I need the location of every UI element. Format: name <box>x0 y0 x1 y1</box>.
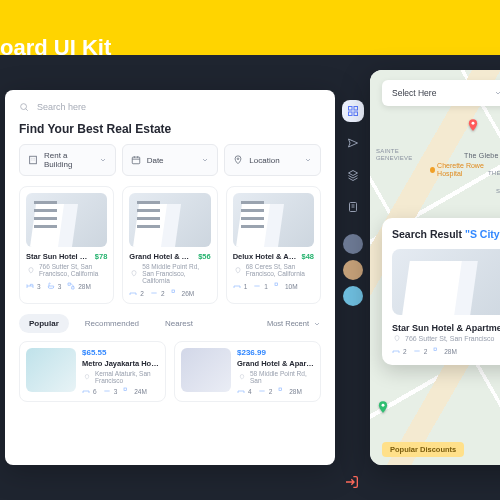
svg-point-3 <box>238 158 240 160</box>
svg-rect-8 <box>349 107 353 111</box>
svg-rect-11 <box>354 112 358 116</box>
listing-row: Star Sun Hotel & Apartment$78 766 Sutter… <box>19 186 321 304</box>
svg-point-15 <box>382 404 385 407</box>
sort-dropdown[interactable]: Most Recent <box>267 314 321 333</box>
search-icon <box>19 102 29 112</box>
listing-thumb <box>129 193 210 247</box>
chevron-down-icon <box>201 156 209 164</box>
bath-icon <box>47 282 55 290</box>
search-result-card: Search Result "S City" Star Sun Hotel & … <box>382 218 500 365</box>
bed-icon <box>392 347 400 355</box>
nav-doc[interactable] <box>342 196 364 218</box>
map-label: Salters <box>496 188 500 194</box>
dashboard-panel: Search here Find Your Best Real Estate R… <box>5 90 335 465</box>
chevron-down-icon <box>304 156 312 164</box>
popular-thumb <box>181 348 231 392</box>
svg-rect-7 <box>279 388 281 390</box>
svg-point-0 <box>21 104 27 110</box>
map-pin[interactable] <box>376 400 390 414</box>
tab-popular[interactable]: Popular <box>19 314 69 333</box>
logout-icon <box>344 474 360 490</box>
chevron-down-icon <box>494 89 500 97</box>
popular-thumb <box>26 348 76 392</box>
avatar[interactable] <box>343 234 363 254</box>
map-select[interactable]: Select Here <box>382 80 500 106</box>
bath-icon <box>150 289 158 297</box>
pin-icon <box>233 267 243 274</box>
map-label: The Glebe <box>464 152 499 159</box>
nav-grid[interactable] <box>342 100 364 122</box>
svg-rect-10 <box>349 112 353 116</box>
listing-card[interactable]: Grand Hotel & Apartment$56 58 Middle Poi… <box>122 186 217 304</box>
svg-rect-4 <box>172 290 174 292</box>
chevron-down-icon <box>99 156 107 164</box>
svg-rect-16 <box>434 348 436 350</box>
pin-icon <box>129 270 139 277</box>
pin-icon <box>82 374 92 380</box>
map-pin[interactable] <box>466 118 480 132</box>
result-title: Search Result "S City" <box>392 228 500 241</box>
filter-building[interactable]: Rent a Building <box>19 144 116 176</box>
svg-rect-2 <box>132 157 140 164</box>
nav-rail <box>340 100 366 306</box>
calendar-icon <box>131 155 141 165</box>
grid-icon <box>347 105 359 117</box>
svg-rect-1 <box>30 156 37 164</box>
svg-rect-5 <box>275 283 277 285</box>
result-name: Star Sun Hotel & Apartment <box>392 323 500 333</box>
bed-icon <box>233 282 241 290</box>
listing-price: $78 <box>95 252 108 261</box>
bath-icon <box>258 387 266 395</box>
bath-icon <box>413 347 421 355</box>
bed-icon <box>237 387 245 395</box>
pin-icon <box>233 155 243 165</box>
svg-rect-9 <box>354 107 358 111</box>
tab-recommended[interactable]: Recommended <box>75 314 149 333</box>
filter-date[interactable]: Date <box>122 144 219 176</box>
area-icon <box>171 289 179 297</box>
map-poi[interactable]: Cherette Rowe Hospital <box>430 162 500 177</box>
popular-card[interactable]: $236.99 Grand Hotel & Apartment 58 Middl… <box>174 341 321 402</box>
pin-icon <box>26 267 36 274</box>
area-icon <box>433 347 441 355</box>
avatar[interactable] <box>343 286 363 306</box>
svg-point-14 <box>472 122 475 125</box>
tab-nearest[interactable]: Nearest <box>155 314 203 333</box>
building-icon <box>28 155 38 165</box>
map-panel: The Glebe THE VALLEY Salters SAINTE GENE… <box>370 70 500 465</box>
listing-thumb <box>26 193 107 247</box>
chevron-down-icon <box>313 320 321 328</box>
search-input[interactable]: Search here <box>37 102 86 112</box>
layers-icon <box>347 169 359 181</box>
listing-card[interactable]: Delux Hotel & Apartment$48 68 Ceres St, … <box>226 186 321 304</box>
pin-icon <box>237 374 247 380</box>
popular-card[interactable]: $65.55 Metro Jayakarta Hotel & Spa Kemal… <box>19 341 166 402</box>
result-thumb <box>392 249 500 315</box>
bed-icon <box>129 289 137 297</box>
listing-name: Star Sun Hotel & Apartment <box>26 252 91 261</box>
bath-icon <box>253 282 261 290</box>
avatar[interactable] <box>343 260 363 280</box>
area-icon <box>67 282 75 290</box>
svg-rect-6 <box>124 388 126 390</box>
bed-icon <box>82 387 90 395</box>
area-icon <box>278 387 286 395</box>
area-icon <box>123 387 131 395</box>
popular-price: $65.55 <box>82 348 159 357</box>
bath-icon <box>103 387 111 395</box>
map-label: SAINTE GENEVIEVE <box>376 148 428 161</box>
exit-button[interactable] <box>344 474 360 490</box>
area-icon <box>274 282 282 290</box>
promo-badge[interactable]: Popular Discounts <box>382 442 464 457</box>
bed-icon <box>26 282 34 290</box>
nav-send[interactable] <box>342 132 364 154</box>
listing-card[interactable]: Star Sun Hotel & Apartment$78 766 Sutter… <box>19 186 114 304</box>
listing-thumb <box>233 193 314 247</box>
page-title: oard UI Kit <box>0 35 111 61</box>
pin-icon <box>392 335 402 342</box>
nav-layers[interactable] <box>342 164 364 186</box>
send-icon <box>347 137 359 149</box>
section-heading: Find Your Best Real Estate <box>19 122 321 136</box>
document-icon <box>347 201 359 213</box>
filter-location[interactable]: Location <box>224 144 321 176</box>
